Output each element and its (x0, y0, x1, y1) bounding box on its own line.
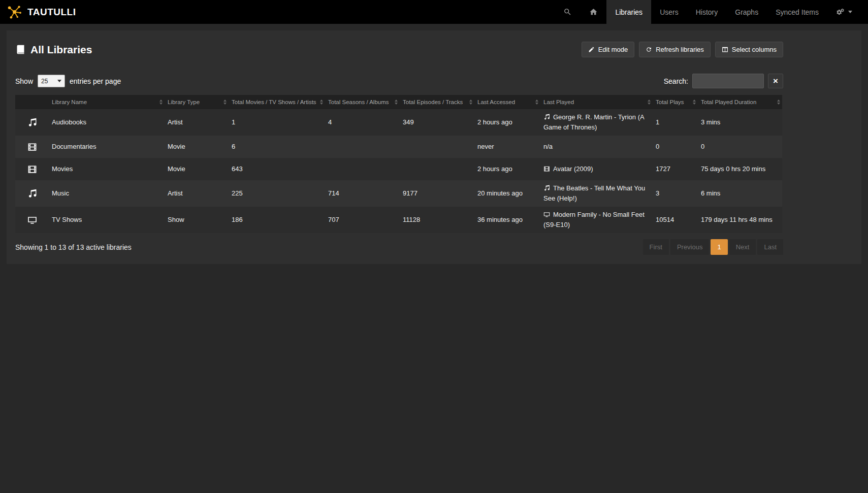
column-header-7[interactable]: Total Plays (653, 95, 698, 109)
total-duration: 0 (698, 136, 782, 158)
library-type-text: Artist (168, 118, 183, 126)
library-name[interactable]: Audiobooks (49, 109, 165, 136)
total-items: 643 (229, 158, 325, 180)
nav-item-synced-items[interactable]: Synced Items (767, 0, 827, 24)
page-size-select[interactable]: 25 (38, 75, 65, 87)
table-row: DocumentariesMovie6nevern/a00 (15, 136, 782, 158)
nav-item-libraries[interactable]: Libraries (606, 0, 651, 24)
library-name-text: TV Shows (52, 216, 82, 223)
film-icon (27, 143, 37, 150)
column-header-2[interactable]: Total Movies / TV Shows / Artists (229, 95, 325, 109)
library-name[interactable]: Movies (49, 158, 165, 180)
page-button-previous[interactable]: Previous (670, 239, 710, 255)
last-played-cell[interactable]: n/a (540, 136, 653, 158)
clear-search-button[interactable]: × (768, 74, 783, 88)
music-icon (27, 118, 37, 126)
column-header-label: Last Played (543, 99, 574, 105)
last-accessed-text: 2 hours ago (477, 118, 512, 126)
sort-icon (535, 100, 538, 105)
sort-icon (223, 100, 227, 105)
column-header-0[interactable]: Library Name (49, 95, 165, 109)
total-duration: 6 mins (698, 180, 782, 207)
refresh-libraries-button[interactable]: Refresh libraries (639, 42, 711, 57)
column-header-5[interactable]: Last Accessed (474, 95, 540, 109)
total-seasons (325, 158, 400, 180)
library-name[interactable]: Music (49, 180, 165, 207)
chevron-down-icon (848, 11, 852, 13)
page-button-first[interactable]: First (643, 239, 669, 255)
total-duration-text: 75 days 0 hrs 20 mins (701, 165, 765, 173)
total-episodes: 349 (400, 109, 474, 136)
libraries-table: Library NameLibrary TypeTotal Movies / T… (15, 95, 782, 233)
library-type: Artist (165, 180, 229, 207)
nav-item-graphs[interactable]: Graphs (726, 0, 767, 24)
library-name[interactable]: TV Shows (49, 207, 165, 233)
total-plays: 0 (653, 136, 698, 158)
library-type-icon-cell (15, 158, 49, 180)
page-title-text: All Libraries (30, 44, 92, 56)
column-header-label: Library Type (168, 99, 200, 105)
page-button-next[interactable]: Next (729, 239, 756, 255)
library-name-text: Documentaries (52, 143, 96, 150)
library-type-icon-cell (15, 180, 49, 207)
table-header-row: Library NameLibrary TypeTotal Movies / T… (15, 95, 782, 109)
refresh-icon (646, 46, 652, 53)
search-input[interactable] (692, 74, 764, 88)
total-duration: 3 mins (698, 109, 782, 136)
column-header-label: Total Plays (656, 99, 684, 105)
edit-mode-button[interactable]: Edit mode (582, 42, 635, 57)
library-table-body: AudiobooksArtist143492 hours agoGeorge R… (15, 109, 782, 233)
column-header-1[interactable]: Library Type (165, 95, 229, 109)
sort-icon (777, 100, 780, 105)
total-duration: 179 days 11 hrs 48 mins (698, 207, 782, 233)
table-row: MoviesMovie6432 hours agoAvatar (2009)17… (15, 158, 782, 180)
column-header-6[interactable]: Last Played (540, 95, 653, 109)
total-duration-text: 179 days 11 hrs 48 mins (701, 216, 773, 223)
page-button-1[interactable]: 1 (711, 239, 727, 255)
nav-item-users[interactable]: Users (651, 0, 687, 24)
sort-icon (159, 100, 163, 105)
library-type: Movie (165, 158, 229, 180)
last-accessed-text: never (477, 143, 494, 150)
last-played-cell[interactable]: Avatar (2009) (540, 158, 653, 180)
library-name-text: Music (52, 189, 69, 197)
nav-settings-button[interactable] (827, 0, 861, 24)
total-episodes-text: 11128 (403, 216, 420, 223)
nav-search-button[interactable] (555, 0, 581, 24)
last-accessed: 2 hours ago (474, 109, 540, 136)
column-header-label: Total Seasons / Albums (328, 99, 389, 105)
sort-icon (469, 100, 472, 105)
total-episodes (400, 136, 474, 158)
column-header-4[interactable]: Total Episodes / Tracks (400, 95, 474, 109)
edit-mode-label: Edit mode (598, 46, 628, 53)
library-name[interactable]: Documentaries (49, 136, 165, 158)
total-plays-text: 1727 (656, 165, 670, 173)
column-header-8[interactable]: Total Played Duration (698, 95, 782, 109)
total-items: 186 (229, 207, 325, 233)
column-header-label: Library Name (52, 99, 87, 105)
nav-items: LibrariesUsersHistoryGraphsSynced Items (606, 0, 827, 24)
last-played-cell[interactable]: The Beatles - Tell Me What You See (Help… (540, 180, 653, 207)
column-header-3[interactable]: Total Seasons / Albums (325, 95, 400, 109)
pencil-icon (588, 46, 595, 53)
column-header-label: Total Played Duration (701, 99, 756, 105)
sort-icon (693, 100, 696, 105)
sort-icon (320, 100, 323, 105)
nav-item-history[interactable]: History (687, 0, 727, 24)
total-episodes-text: 9177 (403, 189, 417, 197)
last-played-text: n/a (543, 143, 553, 150)
search-label: Search: (664, 77, 688, 85)
select-columns-button[interactable]: Select columns (715, 42, 783, 57)
library-type: Show (165, 207, 229, 233)
total-items: 225 (229, 180, 325, 207)
page-button-last[interactable]: Last (757, 239, 783, 255)
total-seasons: 4 (325, 109, 400, 136)
last-played-cell[interactable]: Modern Family - No Small Feet (S9-E10) (540, 207, 653, 233)
nav-home-button[interactable] (581, 0, 606, 24)
total-seasons: 707 (325, 207, 400, 233)
total-duration-text: 6 mins (701, 189, 720, 197)
home-icon (589, 8, 598, 16)
last-played-cell[interactable]: George R. R. Martin - Tyrion (A Game of … (540, 109, 653, 136)
tv-icon (543, 210, 550, 220)
brand[interactable]: TAUTULLI (6, 0, 76, 24)
